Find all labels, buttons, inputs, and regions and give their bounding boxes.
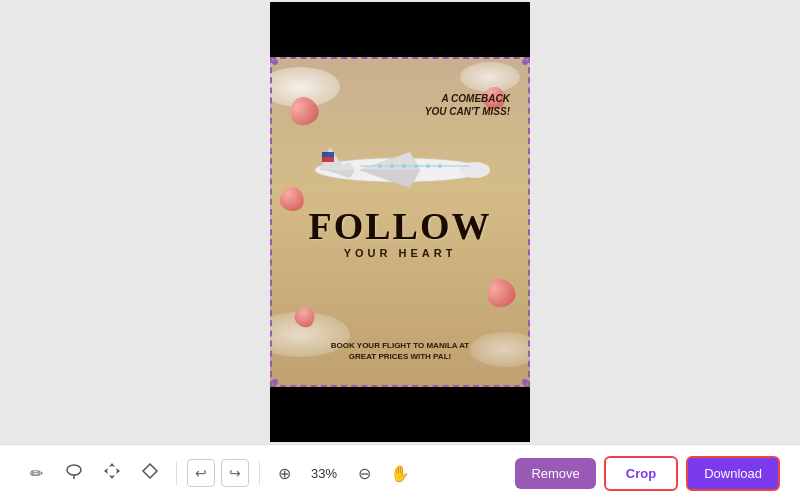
shape-tool-button[interactable] bbox=[134, 457, 166, 489]
svg-rect-7 bbox=[322, 152, 334, 157]
lasso-tool-button[interactable] bbox=[58, 457, 90, 489]
svg-point-12 bbox=[402, 164, 406, 168]
undo-icon: ↩ bbox=[195, 465, 207, 481]
zoom-in-icon: ⊕ bbox=[278, 464, 291, 483]
follow-sub-text: YOUR HEART bbox=[290, 247, 510, 259]
remove-button[interactable]: Remove bbox=[515, 458, 595, 489]
follow-your-heart: FOLLOW YOUR HEART bbox=[290, 207, 510, 259]
black-bar-bottom bbox=[270, 387, 530, 442]
toolbar-divider-2 bbox=[259, 461, 260, 485]
svg-point-16 bbox=[67, 465, 81, 475]
svg-point-10 bbox=[378, 164, 382, 168]
svg-point-11 bbox=[390, 164, 394, 168]
poster: A COMEBACK YOU CAN'T MISS! bbox=[270, 57, 530, 387]
svg-marker-18 bbox=[109, 463, 115, 479]
pencil-tool-button[interactable]: ✏ bbox=[20, 457, 52, 489]
svg-marker-19 bbox=[104, 468, 120, 474]
crop-label: Crop bbox=[626, 466, 656, 481]
shape-icon bbox=[141, 462, 159, 484]
svg-point-14 bbox=[426, 164, 430, 168]
zoom-level: 33% bbox=[304, 466, 344, 481]
comeback-text: A COMEBACK YOU CAN'T MISS! bbox=[425, 92, 510, 118]
move-tool-button[interactable] bbox=[96, 457, 128, 489]
move-icon bbox=[103, 462, 121, 484]
download-button[interactable]: Download bbox=[686, 456, 780, 491]
svg-point-13 bbox=[414, 164, 418, 168]
canvas-area: A COMEBACK YOU CAN'T MISS! bbox=[0, 0, 800, 444]
zoom-out-icon: ⊖ bbox=[358, 464, 371, 483]
black-bar-top bbox=[270, 2, 530, 57]
lasso-icon bbox=[65, 462, 83, 484]
toolbar: ✏ bbox=[0, 444, 800, 501]
download-label: Download bbox=[704, 466, 762, 481]
image-container: A COMEBACK YOU CAN'T MISS! bbox=[270, 2, 530, 442]
pan-icon: ✋ bbox=[390, 464, 410, 483]
svg-marker-20 bbox=[143, 464, 157, 478]
zoom-out-button[interactable]: ⊖ bbox=[350, 459, 378, 487]
toolbar-divider-1 bbox=[176, 461, 177, 485]
toolbar-right: Remove Crop Download bbox=[515, 456, 780, 491]
remove-label: Remove bbox=[531, 466, 579, 481]
airplane bbox=[300, 132, 500, 202]
pencil-icon: ✏ bbox=[30, 464, 43, 483]
zoom-in-button[interactable]: ⊕ bbox=[270, 459, 298, 487]
redo-icon: ↪ bbox=[229, 465, 241, 481]
follow-main-text: FOLLOW bbox=[290, 207, 510, 245]
svg-point-15 bbox=[438, 164, 442, 168]
redo-button[interactable]: ↪ bbox=[221, 459, 249, 487]
svg-point-1 bbox=[460, 162, 490, 178]
book-flight-text: BOOK YOUR FLIGHT TO MANILA AT GREAT PRIC… bbox=[320, 340, 480, 362]
undo-button[interactable]: ↩ bbox=[187, 459, 215, 487]
crop-button[interactable]: Crop bbox=[604, 456, 678, 491]
svg-rect-8 bbox=[322, 157, 334, 162]
toolbar-left: ✏ bbox=[20, 457, 507, 489]
pan-tool-button[interactable]: ✋ bbox=[384, 457, 416, 489]
